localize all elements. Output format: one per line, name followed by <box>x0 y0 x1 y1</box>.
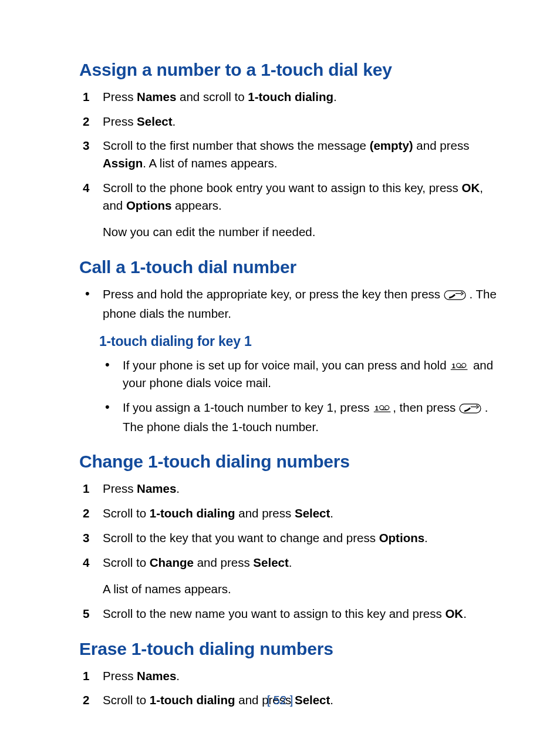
bullets-key1: If your phone is set up for voice mail, … <box>79 353 501 439</box>
bullet: Press and hold the appropriate key, or p… <box>79 282 501 325</box>
text: Scroll to the phone book entry you want … <box>103 181 462 194</box>
step: Scroll to the first number that shows th… <box>79 133 501 175</box>
bold: Change <box>150 556 194 569</box>
page-number: [ 52 ] <box>0 694 560 707</box>
text: and press <box>235 506 295 520</box>
step: Press Names. <box>79 476 501 501</box>
bold: Select <box>295 506 330 520</box>
bold: Assign <box>103 156 143 170</box>
bold: Names <box>137 90 176 103</box>
text: . <box>289 556 292 569</box>
heading-assign: Assign a number to a 1-touch dial key <box>79 60 501 80</box>
heading-change: Change 1-touch dialing numbers <box>79 452 501 472</box>
text: and press <box>413 139 470 152</box>
text: Scroll to the key that you want to chang… <box>103 531 379 544</box>
bold: Options <box>126 199 171 212</box>
subheading-key1: 1-touch dialing for key 1 <box>99 334 501 349</box>
voicemail-key-icon <box>373 401 393 411</box>
bullet: If you assign a 1-touch number to key 1,… <box>99 395 501 439</box>
bold: Select <box>253 556 288 569</box>
step-note: A list of names appears. <box>103 580 501 598</box>
bold: Options <box>379 531 424 544</box>
call-key-icon <box>444 287 466 305</box>
text: . <box>333 90 337 103</box>
text: If your phone is set up for voice mail, … <box>123 358 450 372</box>
text: Press <box>103 90 137 103</box>
text: . <box>176 669 180 682</box>
text: and press <box>194 556 253 569</box>
bold: Names <box>137 669 176 682</box>
step-note: Now you can edit the number if needed. <box>103 223 501 241</box>
text: Press <box>103 482 137 495</box>
text: . <box>176 482 180 495</box>
text: appears. <box>171 199 221 212</box>
step: Scroll to the new name you want to assig… <box>79 601 501 626</box>
heading-call: Call a 1-touch dial number <box>79 257 501 277</box>
step: Scroll to the phone book entry you want … <box>79 176 501 244</box>
voicemail-key-icon <box>450 358 470 369</box>
text: . A list of names appears. <box>143 156 277 170</box>
text: Press and hold the appropriate key, or p… <box>103 287 444 301</box>
step: Press Select. <box>79 109 501 134</box>
bold: 1-touch dialing <box>248 90 333 103</box>
text: . <box>173 115 176 128</box>
heading-erase: Erase 1-touch dialing numbers <box>79 639 501 659</box>
text: Scroll to <box>103 556 150 569</box>
text: Scroll to the first number that shows th… <box>103 139 370 152</box>
step: Press Names. <box>79 664 501 688</box>
text: Press <box>103 669 137 682</box>
bullet: If your phone is set up for voice mail, … <box>99 353 501 395</box>
step: Scroll to Change and press Select. A lis… <box>79 550 501 601</box>
text: If you assign a 1-touch number to key 1,… <box>123 401 373 414</box>
step: Scroll to 1-touch dialing and press Sele… <box>79 501 501 526</box>
bold: OK <box>445 607 463 620</box>
steps-assign: Press Names and scroll to 1-touch dialin… <box>79 85 501 244</box>
text: and scroll to <box>176 90 248 103</box>
bold: (empty) <box>370 139 413 152</box>
steps-change: Press Names. Scroll to 1-touch dialing a… <box>79 476 501 626</box>
text: . <box>424 531 428 544</box>
text: Scroll to the new name you want to assig… <box>103 607 445 620</box>
text: . <box>330 506 333 520</box>
bullets-call: Press and hold the appropriate key, or p… <box>79 282 501 325</box>
bold: OK <box>462 181 480 194</box>
step: Scroll to the key that you want to chang… <box>79 526 501 550</box>
text: Scroll to <box>103 506 150 520</box>
bold: Names <box>137 482 176 495</box>
call-key-icon <box>459 401 481 418</box>
text: , then press <box>393 401 459 414</box>
bold: 1-touch dialing <box>150 506 235 520</box>
bold: Select <box>137 115 172 128</box>
text: . <box>463 607 467 620</box>
step: Press Names and scroll to 1-touch dialin… <box>79 85 501 109</box>
text: Press <box>103 115 137 128</box>
